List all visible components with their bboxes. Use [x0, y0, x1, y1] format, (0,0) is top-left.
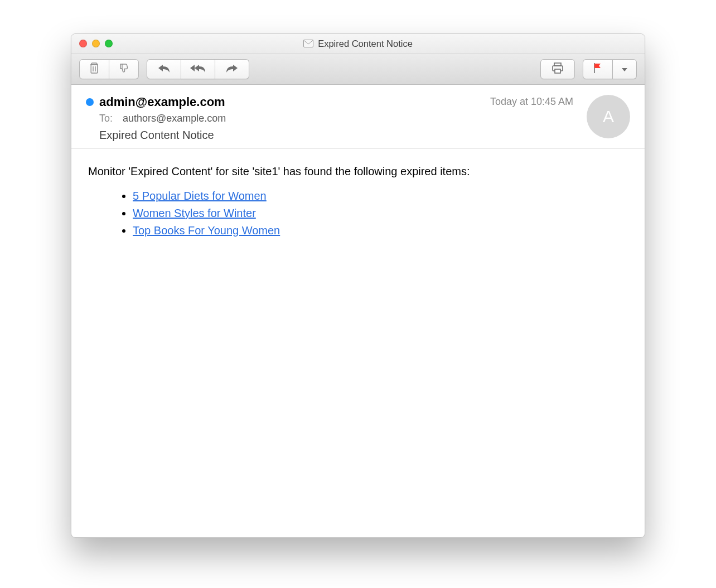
reply-all-icon: [190, 63, 206, 75]
list-item: Top Books For Young Women: [133, 222, 628, 239]
to-label: To:: [99, 113, 113, 124]
unread-indicator: [86, 98, 94, 106]
expired-link[interactable]: 5 Popular Diets for Women: [133, 190, 267, 202]
window-traffic-lights: [71, 40, 113, 47]
flag-button[interactable]: [583, 59, 613, 79]
message-body: Monitor 'Expired Content' for site 'site…: [71, 149, 645, 254]
mail-window: Expired Content Notice: [71, 33, 645, 538]
to-address[interactable]: authors@example.com: [123, 113, 226, 124]
svg-rect-0: [304, 40, 313, 47]
reply-button[interactable]: [147, 59, 181, 79]
expired-items-list: 5 Popular Diets for Women Women Styles f…: [88, 187, 628, 239]
forward-button[interactable]: [215, 59, 249, 79]
chevron-down-icon: [622, 64, 627, 74]
titlebar: Expired Content Notice: [71, 34, 645, 54]
reply-all-button[interactable]: [181, 59, 215, 79]
forward-icon: [225, 63, 239, 75]
envelope-icon: [303, 40, 313, 47]
avatar[interactable]: A: [587, 95, 630, 138]
timestamp: Today at 10:45 AM: [490, 96, 573, 108]
expired-link[interactable]: Women Styles for Winter: [133, 207, 256, 219]
expired-link[interactable]: Top Books For Young Women: [133, 224, 280, 237]
window-title: Expired Content Notice: [318, 38, 413, 49]
avatar-initial: A: [603, 107, 614, 126]
svg-rect-1: [91, 65, 98, 73]
from-address[interactable]: admin@example.com: [99, 95, 225, 109]
delete-button[interactable]: [79, 59, 109, 79]
print-button[interactable]: [540, 59, 575, 79]
flag-icon: [593, 62, 603, 76]
trash-icon: [89, 62, 99, 76]
flag-menu-button[interactable]: [613, 59, 637, 79]
thumbs-down-icon: [118, 62, 129, 76]
message-header: admin@example.com To: authors@example.co…: [71, 85, 645, 149]
list-item: 5 Popular Diets for Women: [133, 187, 628, 205]
window-minimize-button[interactable]: [92, 40, 100, 47]
subject: Expired Content Notice: [99, 129, 480, 142]
window-close-button[interactable]: [79, 40, 87, 47]
junk-button[interactable]: [109, 59, 139, 79]
printer-icon: [551, 62, 564, 76]
body-intro: Monitor 'Expired Content' for site 'site…: [88, 163, 628, 180]
toolbar: [71, 54, 645, 85]
svg-rect-4: [555, 69, 560, 73]
reply-icon: [157, 63, 171, 75]
window-zoom-button[interactable]: [105, 40, 113, 47]
list-item: Women Styles for Winter: [133, 205, 628, 222]
